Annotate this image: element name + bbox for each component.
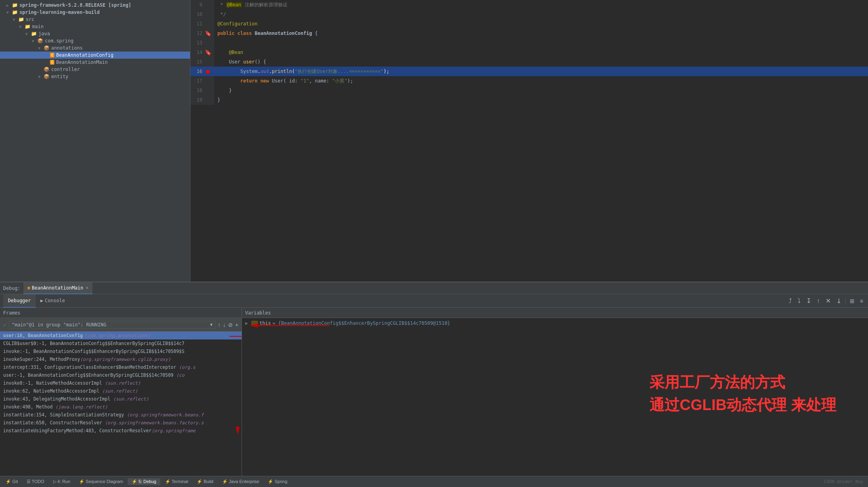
debug-file-icon: ▣ — [27, 285, 30, 290]
frame-item-0[interactable]: user:16, BeanAnnotationConfig (com.sprin… — [0, 332, 242, 339]
editor-lines: 9 * @Bean 注解的解析原理验证 10 */ 11 — [190, 0, 868, 105]
frame-location-3: invokeSuper:244, MethodProxy — [3, 357, 80, 362]
sidebar-item-bean-annotation-config[interactable]: C BeanAnnotationConfig — [0, 52, 190, 59]
frames-list: user:16, BeanAnnotationConfig (com.sprin… — [0, 332, 242, 476]
frame-location-5: user:-1, BeanAnnotationConfig$$EnhancerB… — [3, 372, 176, 378]
frames-header-label: Frames — [3, 310, 20, 316]
frame-item-8[interactable]: invoke:43, DelegatingMethodAccessorImpl … — [0, 395, 242, 403]
frame-class-6: (sun.reflect) — [105, 380, 140, 386]
sidebar-item-label-10: controller — [51, 67, 80, 72]
thread-dropdown[interactable]: "main"@1 in group "main": RUNNING ▼ — [9, 321, 215, 329]
gutter-mark-14: 🔖 — [204, 48, 212, 57]
debug-label: Debug: — [3, 286, 20, 291]
table-view-btn[interactable]: ⊞ — [848, 297, 856, 305]
folder-icon-2: 📁 — [12, 10, 18, 15]
frame-class-7: (sun.reflect) — [102, 388, 138, 394]
red-arrow-1 — [230, 332, 242, 339]
frame-item-5[interactable]: user:-1, BeanAnnotationConfig$$EnhancerB… — [0, 371, 242, 379]
gutter-mark-12: 🔖 — [204, 29, 212, 38]
bottom-tab-debug[interactable]: ⚡ 5: Debug — [128, 478, 160, 485]
bottom-tab-java-enterprise[interactable]: ⚡ Java Enterprise — [218, 478, 263, 485]
frame-class-10: (org.springframework.beans.f — [127, 412, 204, 418]
package-icon-3: 📦 — [44, 67, 50, 72]
frames-panel: Frames ✓ "main"@1 in group "main": RUNNI… — [0, 308, 242, 476]
sidebar-item-controller[interactable]: 📦 controller — [0, 66, 190, 73]
frame-location-12: instantiateUsingFactoryMethod:483, Const… — [3, 428, 152, 433]
debug-tab-bar: Debug: ▣ BeanAnnotationMain ✕ — [0, 282, 868, 294]
frame-item-4[interactable]: intercept:331, ConfigurationClassEnhance… — [0, 363, 242, 371]
gutter-mark-15 — [204, 57, 212, 67]
bottom-tab-spring[interactable]: ⚡ Spring — [264, 478, 291, 485]
code-line-14: 14 🔖 @Bean — [190, 48, 868, 57]
sidebar-item-com-spring[interactable]: ▼ 📦 com.spring — [0, 37, 190, 44]
frame-item-12[interactable]: instantiateUsingFactoryMethod:483, Const… — [0, 427, 242, 435]
gutter-mark-9 — [204, 0, 212, 10]
sidebar-item-main[interactable]: ▼ 📁 main — [0, 23, 190, 30]
settings-btn[interactable]: ≡ — [858, 297, 865, 305]
sidebar-item-label-7: annotations — [51, 45, 83, 51]
watermark: CSDN @Coder_Boy — [824, 479, 863, 484]
chevron-down-icon-6: ▼ — [38, 46, 44, 50]
java-class-icon-2: C — [50, 60, 54, 65]
frame-item-6[interactable]: invoke0:-1, NativeMethodAccessorImpl (su… — [0, 379, 242, 387]
thread-add-btn[interactable]: + — [235, 322, 238, 328]
sidebar-item-spring-learning[interactable]: ▼ 📁 spring-learnning-maven-build — [0, 9, 190, 16]
console-icon: ▶ — [40, 298, 43, 303]
step-into-btn[interactable]: ⤵ — [796, 297, 802, 305]
frame-item-11[interactable]: instantiate:650, ConstructorResolver (or… — [0, 419, 242, 427]
gutter-mark-11 — [204, 19, 212, 29]
frame-item-2[interactable]: invoke:-1, BeanAnnotationConfig$$Enhance… — [0, 347, 242, 355]
debugger-console-tabs: Debugger ▶ Console ⤴ ⤵ ↧ ↑ ✕ ⤓ ⊞ ≡ — [0, 294, 868, 308]
frame-item-9[interactable]: invoke:498, Method (java.lang.reflect) — [0, 403, 242, 411]
project-tree: ▶ 📁 spring-framework-5.2.8.RELEASE [spri… — [0, 0, 190, 282]
editor-area: 9 * @Bean 注解的解析原理验证 10 */ 11 — [190, 0, 868, 282]
step-over-btn[interactable]: ⤴ — [787, 297, 793, 305]
chevron-down-icon-3: ▼ — [19, 25, 25, 29]
tab-bean-annotation-main[interactable]: ▣ BeanAnnotationMain ✕ — [23, 282, 92, 294]
sidebar-item-label-9: BeanAnnotationMain — [56, 59, 108, 65]
tab-debugger[interactable]: Debugger — [3, 294, 36, 308]
toolbar-separator — [845, 297, 846, 305]
folder-icon-4: 📁 — [25, 24, 31, 29]
close-icon[interactable]: ✕ — [86, 285, 88, 290]
sidebar-item-annotations[interactable]: ▼ 📦 annotations — [0, 44, 190, 52]
line-number-14: 14 — [192, 48, 204, 57]
frame-item-1[interactable]: CGLIB$user$0:-1, BeanAnnotationConfig$$E… — [0, 339, 242, 347]
frame-item-10[interactable]: instantiate:154, SimpleInstantiationStra… — [0, 411, 242, 419]
tree-content: ▶ 📁 spring-framework-5.2.8.RELEASE [spri… — [0, 0, 190, 82]
bottom-tab-build[interactable]: ⚡ Build — [193, 478, 217, 485]
frame-class-9: (java.lang.reflect) — [56, 404, 108, 410]
thread-filter-btn[interactable]: ⊘ — [228, 322, 233, 328]
sidebar-item-bean-annotation-main[interactable]: C BeanAnnotationMain — [0, 59, 190, 66]
line-number-9: 9 — [192, 0, 204, 10]
sidebar-item-src[interactable]: ▼ 📁 src — [0, 16, 190, 23]
sidebar-item-label-5: java — [38, 31, 50, 36]
var-expand-icon[interactable]: ▶ — [245, 320, 251, 326]
bottom-tab-git[interactable]: ⚡ Git — [2, 478, 22, 485]
step-out-btn[interactable]: ↧ — [805, 296, 813, 305]
bottom-tab-run[interactable]: ▷ 4: Run — [49, 478, 74, 485]
frame-item-3[interactable]: invokeSuper:244, MethodProxy (org.spring… — [0, 355, 242, 363]
sidebar-item-spring-framework[interactable]: ▶ 📁 spring-framework-5.2.8.RELEASE [spri… — [0, 2, 190, 9]
code-line-10: 10 */ — [190, 10, 868, 19]
tab-console[interactable]: ▶ Console — [36, 294, 70, 308]
chevron-down-icon: ▼ — [6, 10, 12, 15]
sidebar-item-entity[interactable]: ▼ 📦 entity — [0, 73, 190, 80]
force-run-btn[interactable]: ⤓ — [835, 296, 843, 305]
spacer-icon — [44, 53, 50, 58]
thread-up-btn[interactable]: ↑ — [218, 322, 221, 328]
bottom-tab-sequence[interactable]: ⚡ Sequence Diagram — [75, 478, 127, 485]
variables-panel-header: Variables — [242, 308, 868, 318]
sidebar-item-java[interactable]: ▼ 📁 java — [0, 30, 190, 37]
thread-down-btn[interactable]: ↓ — [223, 322, 226, 328]
line-number-18: 18 — [192, 86, 204, 95]
bottom-tab-terminal[interactable]: ⚡ Terminal — [161, 478, 192, 485]
frame-item-7[interactable]: invoke:62, NativeMethodAccessorImpl (sun… — [0, 387, 242, 395]
folder-icon-3: 📁 — [18, 17, 24, 22]
evaluate-btn[interactable]: ✕ — [824, 296, 832, 305]
sidebar-item-label-3: src — [26, 17, 35, 22]
chevron-down-icon-7: ▼ — [38, 75, 44, 79]
bottom-tab-todo[interactable]: ☰ TODO — [23, 478, 48, 485]
run-to-cursor-btn[interactable]: ↑ — [815, 297, 822, 305]
sidebar-item-label-4: main — [32, 24, 44, 29]
